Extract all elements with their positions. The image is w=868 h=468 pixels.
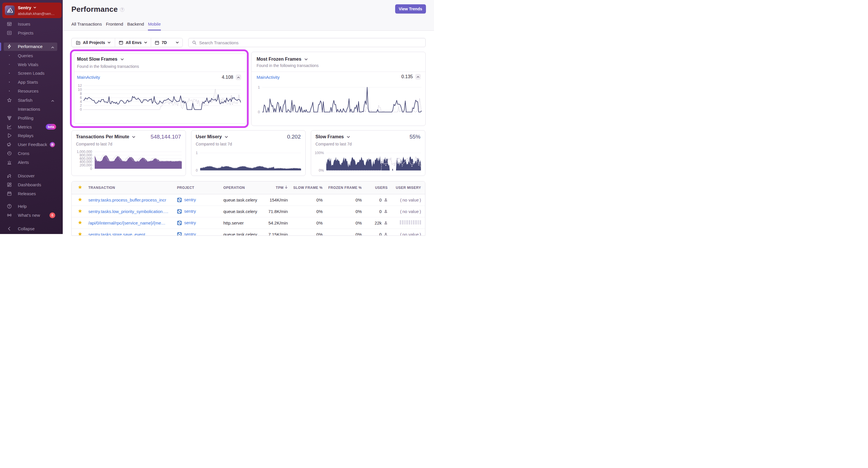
svg-text:12: 12 xyxy=(78,83,82,88)
svg-text:0%: 0% xyxy=(319,168,324,172)
svg-text:8: 8 xyxy=(80,92,82,96)
svg-text:1: 1 xyxy=(258,86,260,90)
svg-text:0: 0 xyxy=(80,107,82,111)
svg-text:0: 0 xyxy=(90,167,92,171)
svg-text:0: 0 xyxy=(258,110,260,114)
svg-text:2: 2 xyxy=(80,103,82,107)
svg-text:6: 6 xyxy=(80,96,82,100)
svg-text:10: 10 xyxy=(78,88,82,92)
svg-text:4: 4 xyxy=(80,100,82,104)
svg-text:1: 1 xyxy=(196,151,198,155)
svg-text:0: 0 xyxy=(196,168,198,172)
svg-text:100%: 100% xyxy=(315,151,324,155)
